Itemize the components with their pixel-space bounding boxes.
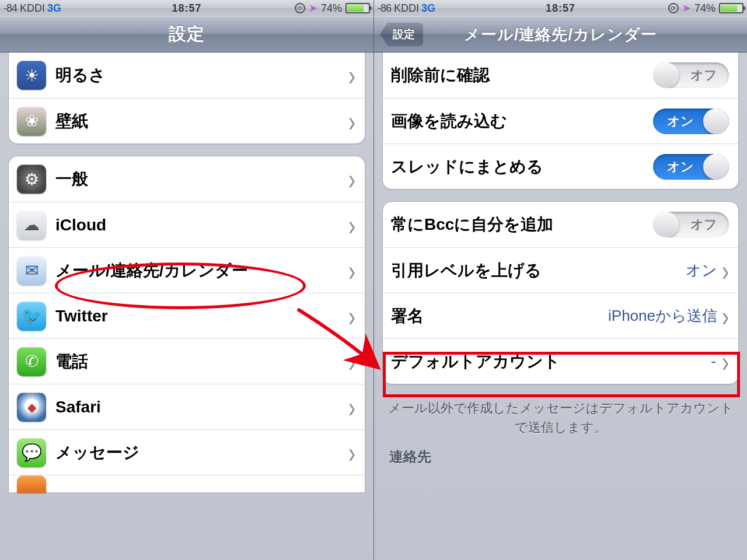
chevron-right-icon: › — [348, 438, 355, 467]
row-value: iPhoneから送信 — [608, 306, 717, 326]
row-twitter[interactable]: 🐦 Twitter › — [9, 293, 365, 338]
row-label: Safari — [55, 398, 348, 416]
row-label: メッセージ — [55, 442, 348, 464]
settings-group-main: ⚙ 一般 › ☁ iCloud › ✉ メール/連絡先/カレンダー › 🐦 Tw… — [8, 156, 365, 492]
row-value: - — [711, 352, 717, 370]
row-general[interactable]: ⚙ 一般 › — [9, 156, 365, 202]
status-bar: -86 KDDI 3G 18:57 ⟳ ➤ 74% — [374, 0, 747, 16]
back-button[interactable]: 設定 — [380, 22, 423, 47]
row-label: 壁紙 — [55, 110, 348, 132]
left-screenshot: -84 KDDI 3G 18:57 ⟳ ➤ 74% 設定 ☀ 明るさ › ❀ 壁… — [0, 0, 374, 560]
chevron-right-icon: › — [348, 164, 355, 194]
nav-bar: 設定 メール/連絡先/カレンダー — [374, 16, 747, 52]
row-brightness[interactable]: ☀ 明るさ › — [9, 52, 365, 98]
chevron-right-icon: › — [348, 210, 355, 239]
phone-icon: ✆ — [17, 347, 46, 376]
right-screenshot: -86 KDDI 3G 18:57 ⟳ ➤ 74% 設定 メール/連絡先/カレン… — [374, 0, 747, 560]
group-footer: メール以外で作成したメッセージはデフォルトアカウントで送信します。 — [382, 396, 739, 444]
toggle-load-images[interactable]: オン — [653, 108, 729, 134]
row-default-account[interactable]: デフォルトアカウント - › — [383, 338, 738, 384]
status-bar: -84 KDDI 3G 18:57 ⟳ ➤ 74% — [0, 0, 374, 16]
row-signature[interactable]: 署名 iPhoneから送信 › — [383, 293, 738, 338]
row-always-bcc[interactable]: 常にBccに自分を追加 オフ — [383, 202, 738, 247]
chevron-right-icon: › — [722, 256, 729, 285]
row-label: 画像を読み込む — [391, 110, 653, 132]
chevron-right-icon: › — [348, 106, 355, 135]
row-label: メール/連絡先/カレンダー — [55, 260, 348, 282]
chevron-right-icon: › — [348, 256, 355, 285]
nav-bar: 設定 — [0, 16, 374, 52]
page-title: メール/連絡先/カレンダー — [464, 24, 657, 45]
mail-settings-list[interactable]: 削除前に確認 オフ 画像を読み込む オン スレッドにまとめる オン 常にBccに… — [374, 52, 747, 560]
chevron-right-icon: › — [348, 392, 355, 421]
row-label: 一般 — [55, 168, 348, 190]
row-label: デフォルトアカウント — [391, 351, 711, 373]
music-icon — [17, 475, 46, 493]
clock: 18:57 — [374, 0, 747, 16]
toggle-always-bcc[interactable]: オフ — [653, 212, 729, 237]
toggle-ask-before-delete[interactable]: オフ — [653, 62, 729, 88]
chevron-right-icon: › — [348, 61, 355, 90]
chevron-right-icon: › — [348, 301, 355, 330]
row-phone[interactable]: ✆ 電話 › — [9, 338, 365, 384]
row-mail-contacts-calendar[interactable]: ✉ メール/連絡先/カレンダー › — [9, 247, 365, 293]
battery-icon — [345, 3, 370, 13]
row-partial[interactable] — [9, 475, 365, 492]
clock: 18:57 — [0, 0, 374, 16]
row-label: スレッドにまとめる — [391, 156, 653, 178]
page-title: 設定 — [169, 22, 205, 46]
section-header-contacts: 連絡先 — [382, 444, 739, 470]
mail-icon: ✉ — [17, 256, 46, 285]
row-label: 常にBccに自分を追加 — [391, 214, 653, 236]
wallpaper-icon: ❀ — [17, 107, 46, 136]
chevron-right-icon: › — [348, 346, 355, 376]
messages-icon: 💬 — [17, 438, 46, 467]
row-label: Twitter — [55, 307, 348, 326]
settings-list[interactable]: ☀ 明るさ › ❀ 壁紙 › ⚙ 一般 › ☁ iCloud › ✉ — [0, 52, 374, 560]
safari-icon: ◆ — [17, 393, 46, 422]
icloud-icon: ☁ — [17, 211, 46, 240]
row-value: オン — [686, 260, 717, 281]
row-label: 削除前に確認 — [391, 64, 653, 86]
row-wallpaper[interactable]: ❀ 壁紙 › — [9, 98, 365, 144]
row-ask-before-delete[interactable]: 削除前に確認 オフ — [383, 52, 738, 98]
row-label: 署名 — [391, 305, 608, 327]
settings-group-mail1: 削除前に確認 オフ 画像を読み込む オン スレッドにまとめる オン — [382, 52, 739, 190]
row-organize-thread[interactable]: スレッドにまとめる オン — [383, 144, 738, 189]
chevron-right-icon: › — [722, 346, 729, 376]
twitter-icon: 🐦 — [17, 302, 46, 331]
row-messages[interactable]: 💬 メッセージ › — [9, 429, 365, 475]
settings-group-display: ☀ 明るさ › ❀ 壁紙 › — [8, 52, 365, 144]
chevron-right-icon: › — [722, 301, 729, 330]
settings-group-mail2: 常にBccに自分を追加 オフ 引用レベルを上げる オン › 署名 iPhoneか… — [382, 201, 739, 384]
row-safari[interactable]: ◆ Safari › — [9, 384, 365, 429]
general-icon: ⚙ — [17, 164, 46, 194]
row-label: 引用レベルを上げる — [391, 260, 686, 282]
row-increase-quote[interactable]: 引用レベルを上げる オン › — [383, 247, 738, 293]
row-label: 明るさ — [55, 64, 348, 86]
brightness-icon: ☀ — [17, 61, 46, 90]
row-label: iCloud — [55, 216, 348, 235]
toggle-organize-thread[interactable]: オン — [653, 154, 729, 180]
row-label: 電話 — [55, 351, 348, 373]
row-load-images[interactable]: 画像を読み込む オン — [383, 98, 738, 144]
battery-icon — [719, 3, 743, 13]
row-icloud[interactable]: ☁ iCloud › — [9, 202, 365, 247]
